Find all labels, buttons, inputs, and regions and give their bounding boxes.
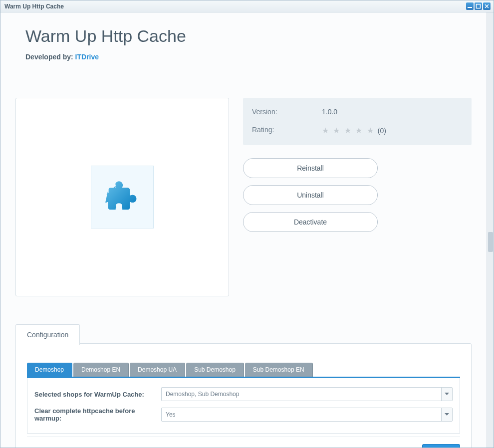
clear-cache-select[interactable]: Yes [161,408,453,422]
shop-tab-0[interactable]: Demoshop [27,363,72,377]
save-button[interactable]: Save [422,444,460,448]
plugin-image-card [15,98,229,296]
rating-row: Rating: ★ ★ ★ ★ ★ (0) [243,121,472,140]
save-bar: Save [27,437,460,448]
deactivate-button[interactable]: Deactivate [243,212,378,232]
selected-shops-row: Selected shops for WarmUp Cache: Demosho… [34,387,453,401]
window-body: Warm Up Http Cache Developed by: ITDrive [0,12,494,448]
clear-cache-row: Clear complete httpcache before warmup: … [34,407,453,422]
plugin-icon-tile [91,166,154,228]
rating-value: ★ ★ ★ ★ ★ (0) [322,126,463,135]
reinstall-button[interactable]: Reinstall [243,158,378,178]
puzzle-icon [105,179,140,216]
shop-tab-3[interactable]: Sub Demoshop [186,363,244,377]
window-titlebar[interactable]: Warm Up Http Cache [0,0,494,12]
rating-count: (0) [378,127,386,135]
window-title: Warm Up Http Cache [4,3,466,10]
developer-link[interactable]: ITDrive [75,53,99,61]
shop-tab-4[interactable]: Sub Demoshop EN [245,363,313,377]
minimize-button[interactable] [466,2,474,10]
uninstall-button[interactable]: Uninstall [243,185,378,205]
maximize-button[interactable] [475,2,482,10]
configuration-tab-header: Configuration [15,343,471,364]
configuration-tab[interactable]: Configuration [15,324,80,345]
version-row: Version: 1.0.0 [243,103,472,121]
developed-by-label: Developed by: [25,53,73,61]
close-button[interactable] [483,2,491,10]
clear-cache-value: Yes [162,408,441,421]
plugin-info-column: Version: 1.0.0 Rating: ★ ★ ★ ★ ★ (0) [243,98,472,296]
chevron-down-icon[interactable] [441,388,452,401]
selected-shops-select[interactable]: Demoshop, Sub Demoshop [161,387,453,401]
configuration-body: DemoshopDemoshop ENDemoshop UASub Demosh… [16,354,471,448]
rating-stars-icon: ★ ★ ★ ★ ★ [322,126,375,135]
shop-tab-2[interactable]: Demoshop UA [130,363,185,377]
version-label: Version: [252,108,322,116]
plugin-manager-window: Warm Up Http Cache Warm Up Http Cache De… [0,0,494,448]
rating-label: Rating: [252,126,322,135]
page-title: Warm Up Http Cache [25,26,472,46]
shop-tabs: DemoshopDemoshop ENDemoshop UASub Demosh… [27,363,460,378]
shop-tab-1[interactable]: Demoshop EN [73,363,129,377]
clear-cache-label: Clear complete httpcache before warmup: [34,407,161,422]
developed-by: Developed by: ITDrive [25,53,472,61]
svg-rect-1 [477,4,481,8]
window-controls [466,2,491,10]
selected-shops-value: Demoshop, Sub Demoshop [162,388,441,401]
scrollbar-thumb[interactable] [488,232,493,252]
configuration-panel: Configuration DemoshopDemoshop ENDemosho… [15,343,472,448]
plugin-overview: Version: 1.0.0 Rating: ★ ★ ★ ★ ★ (0) [15,98,472,296]
selected-shops-label: Selected shops for WarmUp Cache: [34,391,161,398]
svg-rect-0 [468,7,472,8]
content-area: Warm Up Http Cache Developed by: ITDrive [0,12,487,448]
plugin-actions: Reinstall Uninstall Deactivate [243,158,378,232]
version-value: 1.0.0 [322,108,463,116]
chevron-down-icon[interactable] [441,408,452,421]
plugin-info-box: Version: 1.0.0 Rating: ★ ★ ★ ★ ★ (0) [243,98,472,145]
configuration-form: Selected shops for WarmUp Cache: Demosho… [27,378,460,434]
vertical-scrollbar[interactable] [487,12,494,448]
